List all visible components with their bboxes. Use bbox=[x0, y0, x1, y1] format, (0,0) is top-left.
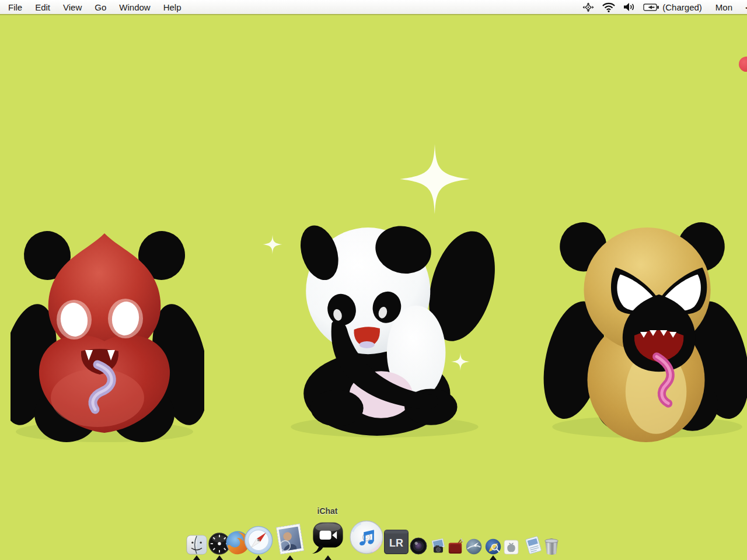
globe-airplane-icon bbox=[465, 537, 483, 556]
menu-file[interactable]: File bbox=[8, 2, 22, 12]
running-indicator-globe-search bbox=[490, 555, 497, 560]
menu-clock[interactable]: Mon bbox=[715, 2, 732, 12]
running-indicator-safari bbox=[255, 555, 262, 560]
dock-item-red-toolbox[interactable] bbox=[446, 537, 465, 556]
clipped-red-dot bbox=[739, 57, 747, 72]
dock-item-globe-airplane[interactable] bbox=[465, 537, 483, 556]
photo-camera-icon bbox=[429, 537, 448, 556]
safari-compass-icon bbox=[243, 524, 274, 556]
running-indicator-dashboard bbox=[216, 555, 223, 560]
gold-angry-panda-character bbox=[542, 220, 747, 449]
menu-edit[interactable]: Edit bbox=[35, 2, 50, 12]
dock-item-mail[interactable] bbox=[273, 522, 307, 556]
menu-view[interactable]: View bbox=[63, 2, 82, 12]
clipped-menu-glyph: ◄ bbox=[743, 2, 747, 12]
red-toolbox-icon bbox=[446, 537, 465, 556]
menu-bar: File Edit View Go Window Help bbox=[0, 0, 747, 15]
dock-item-finder[interactable] bbox=[186, 534, 208, 556]
dock-item-ichat[interactable] bbox=[309, 519, 347, 556]
four-way-arrows-icon[interactable] bbox=[582, 2, 594, 12]
menu-items: File Edit View Go Window Help bbox=[0, 2, 181, 12]
dock: LR bbox=[0, 496, 747, 560]
white-panda-character bbox=[286, 220, 503, 449]
dock-item-apple-box[interactable] bbox=[502, 538, 520, 556]
wifi-icon[interactable] bbox=[602, 2, 616, 12]
chat-bubble-camera-icon bbox=[309, 519, 347, 556]
lr-square-icon: LR bbox=[382, 528, 410, 556]
dock-item-trash[interactable] bbox=[541, 535, 562, 556]
globe-search-icon bbox=[484, 537, 502, 556]
menu-status-area: (Charged) Mon ◄ bbox=[582, 2, 747, 12]
dock-item-safari[interactable] bbox=[243, 524, 274, 556]
running-indicator-ichat bbox=[324, 555, 331, 560]
dock-item-photos[interactable] bbox=[429, 537, 448, 556]
mail-stamp-icon bbox=[273, 522, 307, 556]
running-indicator-mail bbox=[287, 555, 294, 560]
dock-item-camera-lens[interactable] bbox=[409, 536, 428, 556]
finder-icon bbox=[186, 534, 208, 556]
music-disc-icon bbox=[348, 519, 385, 556]
volume-icon[interactable] bbox=[623, 2, 636, 12]
menu-window[interactable]: Window bbox=[119, 2, 150, 12]
large-sparkle-star bbox=[400, 144, 470, 214]
dock-item-lightroom[interactable]: LR bbox=[382, 528, 410, 556]
dock-item-globe-search[interactable] bbox=[484, 537, 502, 556]
battery-icon bbox=[643, 3, 659, 12]
red-devil-panda-character bbox=[11, 228, 204, 448]
battery-label: (Charged) bbox=[662, 2, 702, 12]
camera-lens-icon bbox=[409, 536, 428, 556]
trash-icon bbox=[541, 535, 562, 556]
small-sparkle-star bbox=[263, 235, 282, 254]
svg-text:LR: LR bbox=[389, 537, 403, 549]
menu-help[interactable]: Help bbox=[163, 2, 181, 12]
running-indicator-finder bbox=[193, 555, 200, 560]
dock-item-itunes[interactable] bbox=[348, 519, 385, 556]
dock-hover-label: iChat bbox=[317, 506, 338, 516]
menu-go[interactable]: Go bbox=[95, 2, 106, 12]
battery-status[interactable]: (Charged) bbox=[643, 2, 702, 12]
apple-box-icon bbox=[502, 538, 520, 556]
